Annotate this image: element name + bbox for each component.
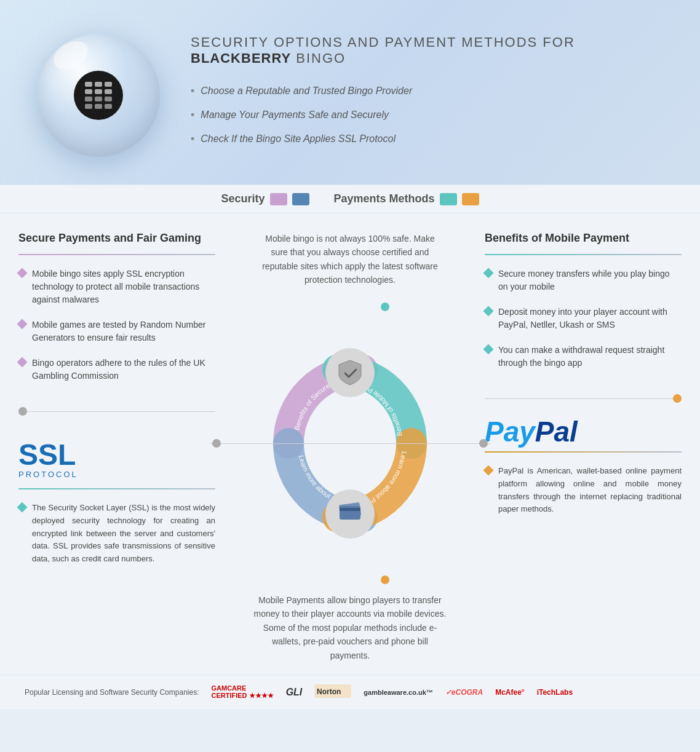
benefits-mobile-title: Benefits of Mobile Payment [485,232,682,245]
security-swatch-1 [270,193,287,205]
top-teal-dot [381,303,389,311]
svg-text:Norton: Norton [317,687,341,696]
header-bullet-3: Check If the Bingo Site Applies SSL Prot… [191,133,675,146]
blackberry-logo-icon [80,77,117,114]
ecogra-logo: ✓eCOGRA [445,688,483,697]
paypal-text: PayPal is American, wallet-based online … [498,465,682,516]
center-top-text: Mobile bingo is not always 100% safe. Ma… [258,232,442,287]
horizontal-connector [209,443,491,444]
right-line [485,398,673,399]
footer-section: Popular Licensing and Software Security … [0,675,700,709]
center-bottom-text: Mobile Payments allow bingo players to t… [252,593,448,662]
ssl-bullet [17,502,28,513]
legend-bar: Security Payments Methods [0,184,700,213]
svg-rect-9 [85,104,92,109]
header-content: SECURITY OPTIONS AND PAYMENT METHODS FOR… [172,34,675,157]
svg-rect-1 [95,82,102,87]
right-diamond-2 [483,306,494,317]
header-title: SECURITY OPTIONS AND PAYMENT METHODS FOR… [191,34,675,66]
right-top-section: Benefits of Mobile Payment Secure money … [485,232,682,394]
payments-legend: Payments Methods [334,192,479,205]
paypal-bullet [483,465,494,476]
security-swatch-2 [292,193,309,205]
payments-swatch-1 [440,193,457,205]
footer-logos: GAMCARECERTIFIED ★★★★ GLI Norton gamblea… [212,684,573,700]
svg-rect-4 [95,89,102,94]
ssl-section: SSL PROTOCOL The Security Socket Layer (… [18,440,215,575]
paypal-divider [485,451,682,453]
ssl-subtitle: PROTOCOL [18,470,215,479]
diamond-bullet-2 [17,319,28,330]
norton-logo: Norton [314,684,351,700]
right-dot [673,394,682,403]
main-content: Secure Payments and Fair Gaming Mobile b… [0,213,700,675]
header-bullets: Choose a Reputable and Trusted Bingo Pro… [191,85,675,146]
gli-logo: GLI [286,687,303,698]
paypal-section: PayPal PayPal is American, wallet-based … [485,415,682,516]
secure-payments-title: Secure Payments and Fair Gaming [18,232,215,245]
right-bullet-3: You can make a withdrawal request straig… [485,344,682,370]
svg-rect-0 [85,82,92,87]
center-column: Mobile bingo is not always 100% safe. Ma… [228,232,472,662]
left-dot [18,407,27,416]
svg-rect-5 [105,89,112,94]
title-bold: BLACKBERRY [191,50,291,66]
arc-diagram-wrapper: Benefits of Secure Payments Learn more a… [228,299,472,587]
left-line [27,411,215,412]
bb-logo-container [25,34,172,157]
header-bullet-1: Choose a Reputable and Trusted Bingo Pro… [191,85,675,98]
svg-rect-7 [95,97,102,101]
left-bullet-2: Mobile games are tested by Random Number… [18,319,215,344]
bb-sphere [37,34,160,157]
right-diamond-1 [483,268,494,279]
payments-label: Payments Methods [334,192,435,205]
paypal-logo: PayPal [485,415,682,448]
ssl-title: SSL [18,440,215,470]
paypal-bullet-item: PayPal is American, wallet-based online … [485,465,682,516]
title-suffix: BINGO [291,50,346,66]
bottom-orange-dot [381,576,389,584]
title-prefix: SECURITY OPTIONS AND PAYMENT METHODS FOR [191,34,575,50]
diamond-bullet-3 [17,357,28,368]
right-bullet-2: Deposit money into your player account w… [485,306,682,331]
right-connector-dot [479,439,488,448]
right-divider-teal [485,254,682,255]
left-top-section: Secure Payments and Fair Gaming Mobile b… [18,232,215,407]
right-bullet-1: Secure money transfers while you play bi… [485,267,682,293]
ssl-divider [18,488,215,489]
gambleaware-logo: gambleaware.co.uk™ [364,689,433,696]
svg-rect-11 [105,104,112,109]
section-divider-purple [18,254,215,255]
norton-icon: Norton [314,684,351,698]
footer-label: Popular Licensing and Software Security … [25,688,199,697]
mcafee-logo: McAfee° [495,688,525,697]
header-section: SECURITY OPTIONS AND PAYMENT METHODS FOR… [0,0,700,184]
right-column: Benefits of Mobile Payment Secure money … [485,232,682,662]
payments-swatch-2 [462,193,479,205]
header-bullet-2: Manage Your Payments Safe and Securely [191,109,675,122]
svg-rect-8 [105,97,112,101]
svg-rect-2 [105,82,112,87]
left-bullet-1: Mobile bingo sites apply SSL encryption … [18,267,215,306]
gamcare-logo: GAMCARECERTIFIED ★★★★ [212,684,274,700]
left-connector-dot [212,439,221,448]
ssl-bullet-item: The Security Socket Layer (SSL) is the m… [18,502,215,566]
svg-rect-10 [95,104,102,109]
svg-rect-6 [85,97,92,101]
bb-icon [74,71,123,120]
ssl-text: The Security Socket Layer (SSL) is the m… [32,502,215,566]
svg-rect-20 [340,508,360,511]
right-diamond-3 [483,344,494,355]
left-separator [18,407,215,416]
security-legend: Security [221,192,309,205]
security-label: Security [221,192,264,205]
right-separator [485,394,682,403]
left-column: Secure Payments and Fair Gaming Mobile b… [18,232,215,662]
svg-rect-3 [85,89,92,94]
diamond-bullet-1 [17,268,28,279]
left-bullet-3: Bingo operators adhere to the rules of t… [18,357,215,382]
itech-logo: iTechLabs [537,688,573,697]
